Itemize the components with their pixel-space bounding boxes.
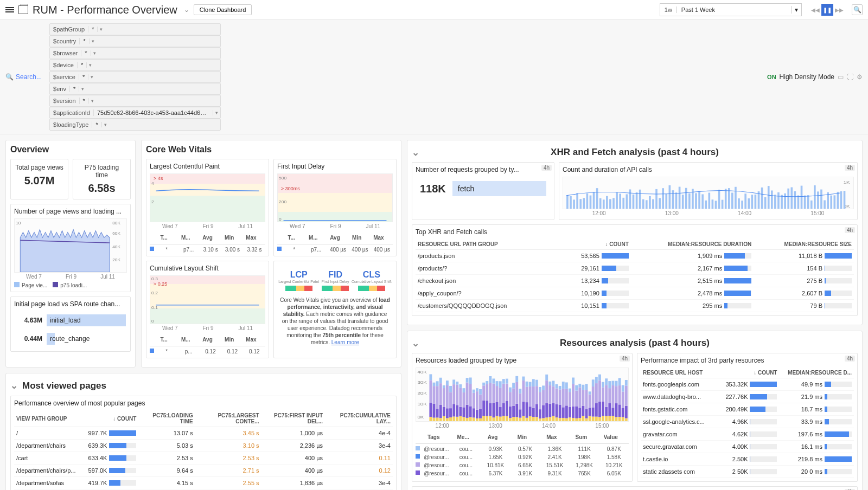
svg-rect-191 [499,407,502,417]
filter-pill[interactable]: $service*▾ [49,71,221,83]
svg-rect-235 [535,404,538,417]
svg-rect-165 [476,388,478,391]
svg-rect-97 [834,195,836,209]
rewind-icon[interactable]: ◀◀ [809,4,821,16]
svg-rect-111 [433,404,436,418]
svg-rect-248 [545,381,548,403]
kpi[interactable]: P75 loading time6.58s [73,159,131,199]
svg-rect-338 [622,417,624,421]
learn-more-link[interactable]: Learn more [331,339,359,345]
gear-icon[interactable]: ⚙ [857,73,863,81]
chevron-down-icon[interactable]: ▾ [791,6,801,14]
cls-chart[interactable]: Cumulative Layout Shift > 0.25 0.3 0.2 0… [146,261,269,358]
table-row[interactable]: /checkout.json 13,234 2,515 ms 275 B [416,275,854,287]
perf-table[interactable]: RESOURCE URL HOST↓ COUNTMEDIAN:RESOURCE … [641,368,854,478]
svg-rect-171 [482,401,485,416]
top-xhr-table[interactable]: RESOURCE URL PATH GROUP↓ COUNTMEDIAN:RES… [416,239,854,312]
pageviews-chart[interactable]: 10 80K 60K 40K 20K [14,218,127,273]
pause-icon[interactable]: ❚❚ [821,4,833,16]
svg-rect-291 [582,406,584,416]
svg-rect-310 [598,417,601,421]
svg-rect-284 [575,391,578,407]
filter-pill[interactable]: $device*▾ [49,59,221,71]
menu-icon[interactable] [5,6,14,14]
filter-pill[interactable]: $env*▾ [49,83,221,95]
svg-rect-212 [515,382,518,404]
table-row[interactable]: t.castle.io 2.50K 219.8 ms [641,453,854,466]
svg-rect-168 [479,395,482,409]
svg-rect-319 [605,407,608,416]
table-row[interactable]: / 997.7K 13.07 s 3.45 s 1,000 µs 4e-4 [14,427,393,440]
svg-rect-167 [479,409,482,418]
svg-rect-259 [556,404,558,418]
toplist-row[interactable]: 4.63Minitial_load [14,311,127,330]
time-range-picker[interactable]: 1w Past 1 Week ▾ [660,3,802,16]
resources-chart[interactable]: 40K 30K 20K 10K 0K [416,368,629,422]
table-row[interactable]: gravatar.com 4.62K 197.6 ms [641,428,854,441]
search-icon[interactable]: 🔍 [852,4,863,15]
table-row[interactable]: /department/chairs 639.3K 5.03 s 3.10 s … [14,440,393,452]
filter-pill[interactable]: $pathGroup*▾ [49,23,221,35]
forward-icon[interactable]: ▶▶ [833,4,845,16]
svg-rect-139 [456,405,458,417]
tv-icon[interactable]: ▭ [838,73,844,81]
request-count[interactable]: 118K fetch [416,177,551,201]
svg-rect-297 [585,384,588,390]
lcp-chart[interactable]: Largest Contentful Paint > 4s 4 2 Wed 7F… [146,159,269,256]
fullscreen-icon[interactable]: ⛶ [847,73,853,81]
fid-chart[interactable]: First Input Delay > 300ms 500 200 0 Wed … [273,159,397,256]
clone-dashboard-button[interactable]: Clone Dashboard [194,4,252,15]
svg-rect-117 [436,381,439,386]
xhr-panel: ⌄XHR and Fetch analysis (past 4 hours) 4… [407,140,863,325]
table-row[interactable]: /products/? 29,161 2,167 ms 154 B [416,262,854,275]
search-input[interactable]: 🔍 Search... [5,73,42,81]
table-row[interactable]: ssl.google-analytics.c... 4.96K 33.9 ms [641,416,854,428]
table-row[interactable]: fonts.gstatic.com 200.49K 18.7 ms [641,403,854,416]
table-row[interactable]: /products.json 53,565 1,909 ms 11,018 B [416,250,854,262]
table-row[interactable]: /department/chairs/p... 597.0K 9.64 s 2.… [14,465,393,477]
collapse-icon[interactable]: ⌄ [10,380,18,391]
filter-pill[interactable]: $country*▾ [49,35,221,47]
table-row[interactable]: static zdassets com 2 50K 20 0 ms [641,466,854,478]
svg-rect-219 [522,402,525,416]
svg-rect-146 [463,417,465,421]
table-row[interactable]: /customers/QQQQQDDOGQ.json 10,151 295 ms… [416,300,854,312]
svg-rect-254 [552,416,554,421]
table-row[interactable]: /apply_coupon/? 10,190 2,478 ms 2,607 B [416,287,854,300]
filter-pill[interactable]: $version*▾ [49,95,221,107]
filter-pill[interactable]: $browser*▾ [49,47,221,59]
svg-rect-107 [429,403,432,417]
svg-rect-249 [545,375,548,381]
toplist-row[interactable]: 0.44Mroute_change [14,330,127,348]
table-row[interactable]: fonts.googleapis.com 353.32K 49.9 ms [641,378,854,391]
svg-rect-306 [595,417,598,421]
svg-rect-270 [565,418,568,421]
collapse-icon[interactable]: ⌄ [412,338,419,349]
most-viewed-table[interactable]: VIEW PATH GROUP↓ COUNTPC75:LOADING TIMEP… [14,410,393,490]
svg-rect-263 [559,404,561,418]
svg-rect-345 [625,380,628,385]
svg-rect-210 [515,417,518,421]
kpi[interactable]: Total page views5.07M [10,159,68,199]
table-row[interactable]: /cart 633.4K 2.53 s 2.53 s 400 µs 0.11 [14,452,393,465]
svg-rect-236 [535,386,538,404]
svg-rect-64 [725,189,727,209]
filter-pill[interactable]: $loadingType*▾ [49,119,221,131]
chevron-down-icon[interactable]: ⌄ [184,6,189,14]
filter-pill[interactable]: $applicationId75d50c62-8b66-403c-a453-aa… [49,107,221,119]
svg-rect-328 [611,385,614,408]
svg-rect-288 [578,388,581,408]
svg-rect-287 [578,408,581,418]
cwv-title: Core Web Vitals [146,145,397,154]
svg-rect-161 [473,390,475,393]
table-row[interactable]: secure.gravatar.com 4.00K 16.1 ms [641,441,854,453]
collapse-icon[interactable]: ⌄ [412,147,419,158]
api-calls-chart[interactable]: 1K 0K [563,177,854,209]
svg-rect-156 [469,384,472,406]
svg-rect-150 [466,418,469,421]
table-row[interactable]: www.datadoghq-bro... 227.76K 21.9 ms [641,391,854,403]
table-row[interactable]: /department/sofas 419.7K 4.15 s 2.55 s 1… [14,477,393,489]
svg-text:0.2: 0.2 [151,291,158,295]
svg-rect-174 [486,416,488,421]
svg-rect-273 [565,382,568,389]
